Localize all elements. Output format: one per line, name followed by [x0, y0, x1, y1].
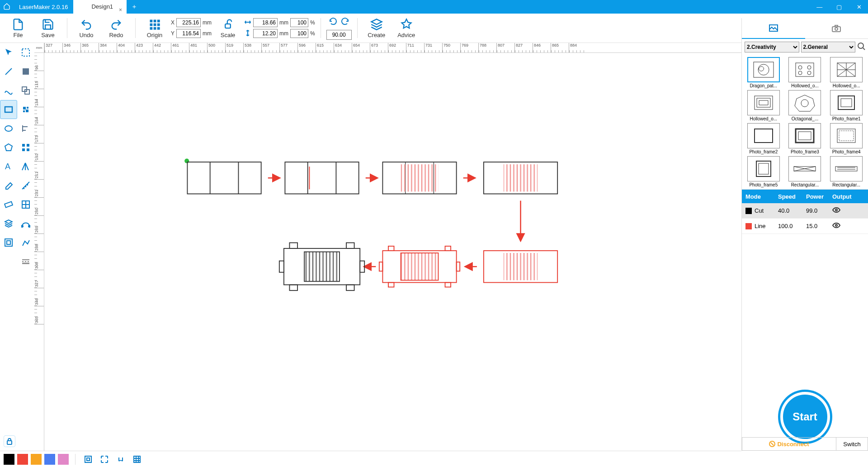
origin-button[interactable]: Origin [141, 15, 168, 41]
palette-color[interactable] [4, 454, 14, 465]
main-toolbar: File Save Undo Redo Origin X mm Y mm Sca… [0, 14, 868, 43]
svg-rect-94 [838, 96, 854, 110]
advice-button[interactable]: Advice [393, 15, 420, 41]
library-item[interactable]: Photo_frame5 [744, 156, 783, 187]
start-button[interactable]: Start [780, 392, 830, 442]
svg-rect-36 [7, 441, 12, 444]
marquee-tool[interactable] [17, 43, 34, 62]
svg-line-11 [5, 68, 12, 75]
ellipse-tool[interactable] [0, 119, 17, 138]
svg-rect-44 [285, 162, 359, 194]
svg-rect-20 [22, 144, 25, 147]
layer-row[interactable]: Cut40.099.0 [742, 203, 868, 219]
redo-button[interactable]: Redo [103, 15, 130, 41]
copy-tool[interactable] [17, 81, 34, 100]
palette-color[interactable] [31, 454, 42, 465]
close-icon[interactable]: × [119, 3, 122, 17]
svg-point-87 [807, 66, 811, 69]
align-tool[interactable] [17, 119, 34, 138]
select-tool[interactable] [0, 43, 17, 62]
category2-select[interactable]: 2.General [801, 42, 856, 52]
library-item[interactable]: Photo_frame3 [785, 123, 825, 154]
array-tool[interactable] [17, 195, 34, 214]
library-item[interactable]: Photo_frame1 [826, 90, 866, 121]
eraser-tool[interactable] [0, 176, 17, 195]
stroke-tool[interactable] [17, 252, 34, 271]
design-canvas[interactable] [44, 53, 741, 451]
blob-tool[interactable] [17, 100, 34, 119]
undo-button[interactable]: Undo [73, 15, 100, 41]
document-tab[interactable]: Design1 × [73, 0, 127, 14]
fill-tool[interactable] [17, 62, 34, 81]
xy-coords: X mm Y mm [171, 18, 212, 38]
palette-color[interactable] [58, 454, 69, 465]
svg-point-81 [858, 43, 863, 48]
layers-tool[interactable] [0, 214, 17, 233]
grid-tool[interactable] [17, 138, 34, 157]
fit-button[interactable] [82, 453, 94, 466]
gridview-button[interactable] [131, 453, 143, 466]
curve-tool[interactable] [0, 81, 17, 100]
library-item[interactable]: Rectangular... [826, 156, 866, 187]
height-pct-input[interactable] [290, 29, 308, 38]
rect-tool[interactable] [0, 100, 17, 119]
svg-rect-22 [22, 148, 25, 151]
ruler-corner: mm [34, 43, 44, 53]
disconnect-button[interactable]: Disconnect [742, 437, 836, 451]
library-tab[interactable] [742, 18, 805, 39]
new-tab-button[interactable]: ＋ [131, 3, 137, 11]
app-name: LaserMaker 2.0.16 [14, 4, 73, 10]
svg-rect-63 [445, 246, 451, 251]
library-item[interactable]: Hollowed_o... [785, 57, 825, 88]
text-tool[interactable]: A [0, 157, 17, 176]
path-tool[interactable] [17, 233, 34, 252]
line-tool[interactable] [0, 62, 17, 81]
category1-select[interactable]: 2.Creativity [745, 42, 799, 52]
svg-rect-85 [796, 63, 814, 76]
library-item[interactable]: Rectangular... [785, 156, 825, 187]
save-button[interactable]: Save [34, 15, 61, 41]
library-item[interactable]: Photo_frame4 [826, 123, 866, 154]
library-item[interactable]: Dragon_pat... [744, 57, 783, 88]
ruler-tool[interactable] [0, 195, 17, 214]
library-item[interactable]: Photo_frame2 [744, 123, 783, 154]
width-input[interactable] [253, 18, 278, 27]
create-button[interactable]: Create [363, 15, 390, 41]
scale-button[interactable]: Scale [214, 15, 241, 41]
height-input[interactable] [253, 29, 278, 38]
palette-color[interactable] [17, 454, 28, 465]
y-input[interactable] [176, 29, 201, 38]
svg-rect-71 [289, 243, 297, 248]
zoom-button[interactable] [98, 453, 111, 466]
file-button[interactable]: File [5, 15, 32, 41]
library-item[interactable]: Octagonal_... [785, 90, 825, 121]
bezier-tool[interactable] [17, 214, 34, 233]
close-button[interactable]: ✕ [850, 4, 868, 10]
snap-button[interactable] [114, 453, 127, 466]
library-item[interactable]: Hollowed_o... [826, 57, 866, 88]
minimize-button[interactable]: — [811, 4, 829, 10]
x-input[interactable] [176, 18, 201, 27]
home-icon[interactable] [0, 3, 14, 11]
layer-row[interactable]: Line100.015.0 [742, 219, 868, 234]
frame-tool[interactable] [0, 233, 17, 252]
palette-color[interactable] [44, 454, 55, 465]
width-pct-input[interactable] [290, 18, 308, 27]
polygon-tool[interactable] [0, 138, 17, 157]
svg-rect-21 [27, 144, 29, 147]
library-item[interactable]: Hollowed_o... [744, 90, 783, 121]
switch-button[interactable]: Switch [836, 437, 868, 451]
svg-rect-74 [346, 285, 354, 291]
svg-rect-10 [22, 49, 29, 56]
camera-tab[interactable] [805, 18, 868, 39]
measure-tool[interactable] [17, 176, 34, 195]
mirror-tool[interactable] [17, 157, 34, 176]
svg-rect-9 [225, 24, 231, 28]
svg-rect-2 [157, 19, 160, 22]
rotate-ccw-icon[interactable] [328, 16, 338, 28]
angle-input[interactable] [326, 30, 352, 40]
lock-button[interactable] [4, 435, 15, 447]
maximize-button[interactable]: ▢ [830, 4, 848, 10]
rotate-cw-icon[interactable] [340, 16, 350, 28]
search-icon[interactable] [857, 42, 865, 52]
